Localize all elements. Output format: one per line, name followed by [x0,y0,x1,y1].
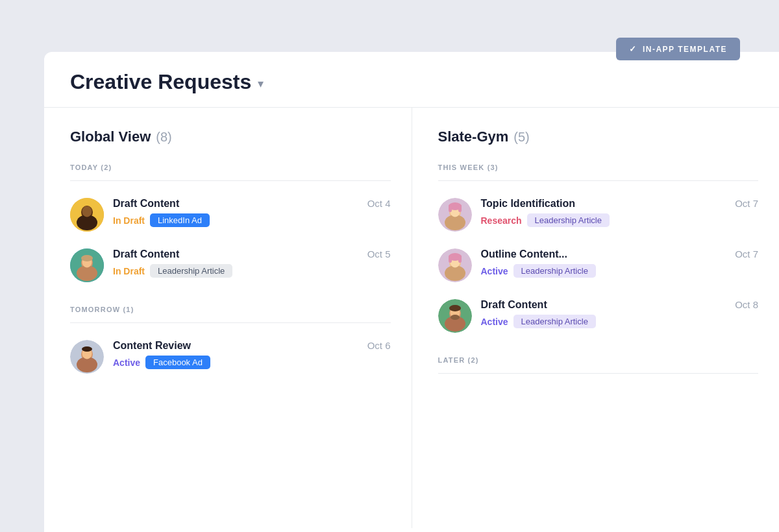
tag: Leadership Article [513,315,596,328]
avatar [438,248,472,282]
request-name: Draft Content [113,198,179,210]
avatar [70,340,104,374]
svg-point-11 [77,357,97,372]
request-info: Draft Content Oct 5 In Draft Leadership … [113,248,391,278]
svg-rect-26 [449,255,452,263]
avatar [70,248,104,282]
request-date: Oct 7 [735,248,758,260]
list-item[interactable]: Draft Content Oct 8 Active Leadership Ar… [438,293,759,343]
global-view-panel: Global View (8) TODAY (2) [44,108,412,528]
request-date: Oct 5 [367,248,391,260]
request-tags: In Draft Leadership Article [113,264,391,278]
svg-rect-19 [449,204,452,212]
request-name: Outline Content... [481,248,567,260]
request-date: Oct 8 [735,299,758,310]
svg-point-13 [82,346,92,352]
this-week-divider [438,180,759,181]
today-header: TODAY (2) [70,163,391,171]
request-tags: Active Facebook Ad [113,356,391,369]
status-badge: Active [113,357,140,368]
list-item[interactable]: Outline Content... Oct 7 Active Leadersh… [438,242,759,293]
svg-rect-20 [458,204,462,212]
svg-point-3 [82,206,92,217]
main-panel: Creative Requests ▾ Global View (8) TODA… [44,52,779,532]
svg-point-32 [451,315,460,320]
svg-point-23 [445,265,465,281]
svg-point-33 [449,305,461,311]
request-info: Topic Identification Oct 7 Research Lead… [481,198,759,227]
tomorrow-divider [70,322,391,323]
avatar [438,299,472,333]
request-tags: Active Leadership Article [481,264,759,278]
svg-point-6 [77,265,97,281]
today-divider [70,180,391,181]
request-info: Content Review Oct 6 Active Facebook Ad [113,340,391,369]
request-tags: In Draft LinkedIn Ad [113,213,391,227]
request-date: Oct 7 [735,198,758,209]
status-badge: In Draft [113,215,145,226]
avatar [70,198,104,232]
slate-gym-title: Slate-Gym [438,128,509,145]
svg-rect-27 [458,255,462,263]
global-view-title: Global View [70,128,151,145]
status-badge: In Draft [113,266,145,276]
list-item[interactable]: Content Review Oct 6 Active Facebook Ad [70,333,391,384]
request-date: Oct 6 [367,340,391,351]
request-top: Outline Content... Oct 7 [481,248,759,260]
slate-gym-count: (5) [513,130,529,145]
request-top: Draft Content Oct 8 [481,299,759,311]
avatar [438,198,472,232]
content-area: Global View (8) TODAY (2) [44,108,779,528]
slate-gym-header: Slate-Gym (5) [438,128,759,145]
list-item[interactable]: Draft Content Oct 5 In Draft Leadership … [70,242,391,293]
badge-label: IN-APP TEMPLATE [643,45,727,54]
request-info: Draft Content Oct 4 In Draft LinkedIn Ad [113,198,391,227]
request-name: Topic Identification [481,198,575,210]
request-top: Topic Identification Oct 7 [481,198,759,210]
request-top: Draft Content Oct 5 [113,248,391,260]
request-top: Draft Content Oct 4 [113,198,391,210]
status-badge: Active [481,266,508,276]
status-badge: Active [481,317,508,327]
tag: Facebook Ad [145,356,210,369]
request-top: Content Review Oct 6 [113,340,391,352]
status-badge: Research [481,215,522,226]
tomorrow-header: TOMORROW (1) [70,306,391,313]
tag: LinkedIn Ad [150,213,210,227]
later-divider [438,373,759,374]
tomorrow-section: TOMORROW (1) [70,306,391,384]
svg-point-2 [77,215,97,230]
list-item[interactable]: Draft Content Oct 4 In Draft LinkedIn Ad [70,191,391,242]
in-app-template-badge: ✓ IN-APP TEMPLATE [616,38,740,60]
global-view-header: Global View (8) [70,128,391,145]
this-week-header: THIS WEEK (3) [438,163,759,171]
request-name: Draft Content [113,248,179,260]
request-name: Draft Content [481,299,547,311]
tag: Leadership Article [513,264,596,278]
request-tags: Active Leadership Article [481,315,759,328]
request-tags: Research Leadership Article [481,213,759,227]
later-header: LATER (2) [438,356,759,364]
today-section: TODAY (2) [70,163,391,293]
request-name: Content Review [113,340,191,352]
tag: Leadership Article [150,264,232,278]
svg-point-8 [81,255,93,261]
this-week-section: THIS WEEK (3) [438,163,759,343]
request-info: Outline Content... Oct 7 Active Leadersh… [481,248,759,278]
later-section: LATER (2) [438,356,759,374]
check-icon: ✓ [629,44,637,54]
global-view-count: (8) [156,130,171,145]
svg-point-16 [445,215,465,230]
slate-gym-panel: Slate-Gym (5) THIS WEEK (3) [412,108,780,528]
request-date: Oct 4 [367,198,391,209]
list-item[interactable]: Topic Identification Oct 7 Research Lead… [438,191,759,242]
request-info: Draft Content Oct 8 Active Leadership Ar… [481,299,759,328]
tag: Leadership Article [527,213,610,227]
page-title: Creative Requests [70,70,251,94]
dropdown-icon[interactable]: ▾ [258,77,264,91]
